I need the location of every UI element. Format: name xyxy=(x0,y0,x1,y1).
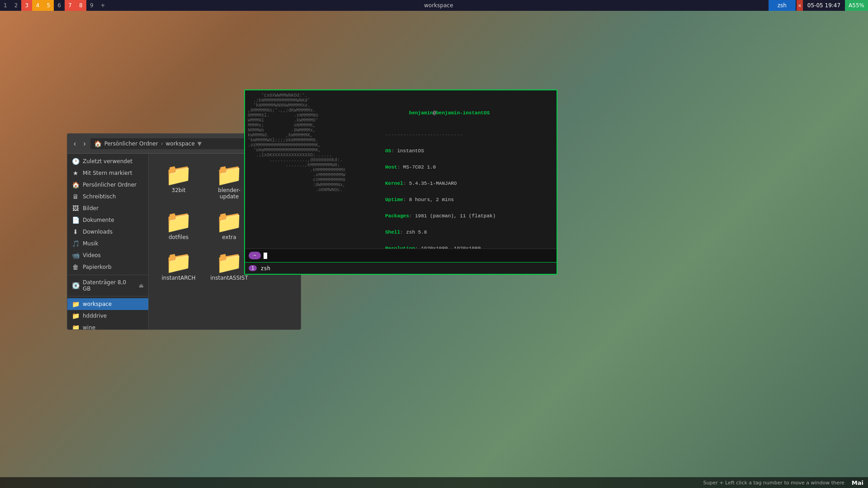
folder-hdd-icon: 📁 xyxy=(72,312,79,319)
tag-5[interactable]: 5 xyxy=(43,0,54,11)
fm-breadcrumb-separator: › xyxy=(161,141,163,147)
terminal-prompt-badge: ~ xyxy=(249,252,261,259)
folder-extra-icon: 📁 xyxy=(216,211,243,232)
fm-breadcrumb: 🏠 Persönlicher Ordner › workspace ▼ xyxy=(90,138,269,149)
terminal-tabbar: 1 zsh xyxy=(245,262,557,274)
fm-sidebar-starred[interactable]: ★ Mit Stern markiert xyxy=(67,167,148,179)
tag-1[interactable]: 1 xyxy=(0,0,11,11)
topbar-window-title: workspace xyxy=(109,2,769,9)
fm-sidebar-workspace[interactable]: 📁 workspace xyxy=(67,298,148,310)
fm-sidebar-music[interactable]: 🎵 Musik xyxy=(67,238,148,249)
folder-instantarch-name: instantARCH xyxy=(162,275,196,281)
fm-sidebar-recent[interactable]: 🕐 Zuletzt verwendet xyxy=(67,155,148,167)
fm-sidebar-documents-label: Dokumente xyxy=(83,217,114,223)
star-icon: ★ xyxy=(72,169,79,177)
folder-32bit[interactable]: 📁 32bit xyxy=(156,161,201,202)
topbar-battery: A55% xyxy=(845,0,868,11)
eject-icon[interactable]: ⏏ xyxy=(139,282,144,289)
folder-blender-icon: 📁 xyxy=(216,164,243,185)
folder-instantassist-icon: 📁 xyxy=(216,251,243,273)
topbar-right: zsh × 05-05 19:47 A55% xyxy=(769,0,868,11)
tag-6[interactable]: 6 xyxy=(54,0,65,11)
fm-sidebar-wine-label: wine xyxy=(83,324,95,329)
tag-7[interactable]: 7 xyxy=(65,0,75,11)
folder-instantassist-name: instantASSIST xyxy=(210,275,248,281)
videos-icon: 📹 xyxy=(72,252,79,259)
terminal-tab-label: zsh xyxy=(260,265,270,272)
folder-dotfiles-icon: 📁 xyxy=(165,211,192,232)
fm-sidebar-music-label: Musik xyxy=(83,240,99,247)
terminal-tab-number: 1 xyxy=(249,265,257,271)
home-icon: 🏠 xyxy=(72,181,79,188)
downloads-icon: ⬇ xyxy=(72,228,79,235)
music-icon: 🎵 xyxy=(72,240,79,247)
fm-sidebar-downloads-label: Downloads xyxy=(83,229,113,235)
fm-sidebar-trash[interactable]: 🗑 Papierkorb xyxy=(67,261,148,273)
folder-dotfiles[interactable]: 📁 dotfiles xyxy=(156,208,201,243)
folder-extra-name: extra xyxy=(222,234,236,240)
fm-breadcrumb-home[interactable]: Persönlicher Ordner xyxy=(104,141,158,147)
terminal-prompt-bar: ~ xyxy=(245,249,557,262)
documents-icon: 📄 xyxy=(72,216,79,224)
tag-9[interactable]: 9 xyxy=(86,0,97,11)
terminal-window: 'cx0XWWMMWNKOd:'. .;kNMMMMMMMMMMMMWNKd' … xyxy=(244,89,557,275)
fm-sidebar-hdddrive-label: hdddrive xyxy=(83,313,107,319)
terminal-ascii-art: 'cx0XWWMMWNKOd:'. .;kNMMMMMMMMMMMMWNKd' … xyxy=(245,90,381,249)
fm-sidebar-videos-label: Videos xyxy=(83,252,101,258)
close-icon: × xyxy=(798,3,802,8)
tag-8[interactable]: 8 xyxy=(75,0,86,11)
fm-sidebar-drive-label: Datenträger 8,0 GB xyxy=(83,279,135,292)
statusbar-hint: Super + Left click a tag number to move … xyxy=(703,480,844,486)
folder-blender-name: blender-update xyxy=(209,187,249,200)
fm-sidebar-trash-label: Papierkorb xyxy=(83,264,112,270)
terminal-cursor xyxy=(264,253,267,259)
fm-sidebar-documents[interactable]: 📄 Dokumente xyxy=(67,214,148,226)
fm-sidebar-home[interactable]: 🏠 Persönlicher Ordner xyxy=(67,179,148,191)
fm-sidebar-wine[interactable]: 📁 wine xyxy=(67,322,148,329)
statusbar: Super + Left click a tag number to move … xyxy=(0,477,868,488)
folder-dotfiles-name: dotfiles xyxy=(169,234,189,240)
desktop-icon: 🖥 xyxy=(72,193,79,200)
fm-breadcrumb-folder[interactable]: workspace xyxy=(166,141,195,147)
fm-sidebar-desktop[interactable]: 🖥 Schreibtisch xyxy=(67,191,148,202)
topbar-clock: 05-05 19:47 xyxy=(803,2,845,9)
fm-breadcrumb-dropdown-icon[interactable]: ▼ xyxy=(198,141,202,147)
topbar-close[interactable]: × xyxy=(797,0,803,11)
fm-back-button[interactable]: ‹ xyxy=(71,138,79,150)
folder-32bit-name: 32bit xyxy=(172,187,186,193)
fm-sidebar-starred-label: Mit Stern markiert xyxy=(83,170,132,176)
folder-instantarch-icon: 📁 xyxy=(165,251,192,273)
tag-4[interactable]: 4 xyxy=(32,0,43,11)
folder-instantarch[interactable]: 📁 instantARCH xyxy=(156,249,201,284)
fm-sidebar-drive[interactable]: 💽 Datenträger 8,0 GB ⏏ xyxy=(67,277,148,294)
tag-2[interactable]: 2 xyxy=(11,0,22,11)
fm-sidebar-workspace-label: workspace xyxy=(83,301,112,307)
fm-sidebar-pictures-label: Bilder xyxy=(83,205,99,211)
tag-plus[interactable]: + xyxy=(97,0,109,11)
statusbar-month: Mai xyxy=(852,479,863,486)
fm-sidebar-divider xyxy=(67,275,148,275)
fm-home-icon: 🏠 xyxy=(94,140,102,147)
recent-icon: 🕐 xyxy=(72,158,79,165)
trash-icon: 🗑 xyxy=(72,263,79,271)
fm-sidebar-desktop-label: Schreibtisch xyxy=(83,193,116,200)
topbar: 1 2 3 4 5 6 7 8 9 + workspace zsh × 05-0… xyxy=(0,0,868,11)
fm-sidebar-hdddrive[interactable]: 📁 hdddrive xyxy=(67,310,148,322)
tag-3[interactable]: 3 xyxy=(21,0,32,11)
topbar-zsh[interactable]: zsh xyxy=(769,0,796,11)
drive-icon: 💽 xyxy=(72,282,79,289)
fm-forward-button[interactable]: › xyxy=(80,138,88,150)
fm-sidebar-home-label: Persönlicher Ordner xyxy=(83,182,137,188)
fm-sidebar-recent-label: Zuletzt verwendet xyxy=(83,158,132,164)
terminal-body: 'cx0XWWMMWNKOd:'. .;kNMMMMMMMMMMMMWNKd' … xyxy=(245,90,557,249)
folder-workspace-icon: 📁 xyxy=(72,300,79,308)
fm-sidebar-pictures[interactable]: 🖼 Bilder xyxy=(67,202,148,214)
fm-sidebar-videos[interactable]: 📹 Videos xyxy=(67,249,148,261)
fm-sidebar: 🕐 Zuletzt verwendet ★ Mit Stern markiert… xyxy=(67,154,149,329)
folder-32bit-icon: 📁 xyxy=(165,164,192,185)
terminal-info: benjamin@benjamin-instantOS ------------… xyxy=(381,90,557,249)
fm-sidebar-downloads[interactable]: ⬇ Downloads xyxy=(67,226,148,238)
tag-list: 1 2 3 4 5 6 7 8 9 + xyxy=(0,0,109,11)
folder-wine-icon: 📁 xyxy=(72,324,79,329)
pictures-icon: 🖼 xyxy=(72,205,79,212)
